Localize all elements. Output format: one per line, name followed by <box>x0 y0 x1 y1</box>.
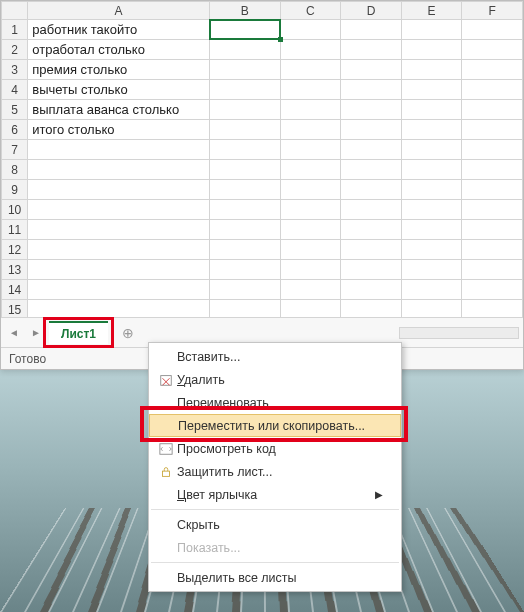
cell[interactable] <box>341 40 402 60</box>
row-header[interactable]: 8 <box>2 160 28 180</box>
cell[interactable] <box>401 180 462 200</box>
cell[interactable] <box>28 260 210 280</box>
cell[interactable] <box>280 160 341 180</box>
cell[interactable] <box>341 160 402 180</box>
cell[interactable] <box>341 300 402 318</box>
cell[interactable] <box>401 60 462 80</box>
cell[interactable] <box>401 20 462 40</box>
menu-rename[interactable]: Переименовать <box>149 391 401 414</box>
cell[interactable] <box>401 80 462 100</box>
cell[interactable] <box>280 120 341 140</box>
cell[interactable] <box>462 280 523 300</box>
cell[interactable] <box>28 280 210 300</box>
cell[interactable] <box>401 140 462 160</box>
horizontal-scrollbar[interactable] <box>399 327 519 339</box>
cell[interactable] <box>401 200 462 220</box>
cell[interactable] <box>28 180 210 200</box>
cell[interactable] <box>341 140 402 160</box>
menu-hide[interactable]: Скрыть <box>149 513 401 536</box>
cell[interactable] <box>209 20 280 40</box>
row-header[interactable]: 14 <box>2 280 28 300</box>
cell[interactable] <box>462 240 523 260</box>
cell[interactable]: работник такойто <box>28 20 210 40</box>
menu-view-code[interactable]: Просмотреть код <box>149 437 401 460</box>
cell[interactable] <box>209 260 280 280</box>
cell[interactable] <box>462 80 523 100</box>
row-header[interactable]: 12 <box>2 240 28 260</box>
menu-tab-color[interactable]: Цвет ярлычка ▶ <box>149 483 401 506</box>
cell[interactable] <box>401 220 462 240</box>
cell[interactable] <box>462 20 523 40</box>
row-header[interactable]: 4 <box>2 80 28 100</box>
cell[interactable] <box>28 300 210 318</box>
menu-select-all-sheets[interactable]: Выделить все листы <box>149 566 401 589</box>
cell[interactable] <box>341 260 402 280</box>
cell[interactable] <box>341 20 402 40</box>
cell[interactable] <box>280 180 341 200</box>
cell[interactable]: выплата аванса столько <box>28 100 210 120</box>
cell[interactable] <box>209 100 280 120</box>
cell[interactable] <box>280 140 341 160</box>
cell[interactable] <box>28 240 210 260</box>
tab-nav-next-icon[interactable]: ► <box>27 324 45 342</box>
cell[interactable] <box>462 140 523 160</box>
row-header[interactable]: 7 <box>2 140 28 160</box>
sheet-tab[interactable]: Лист1 <box>49 321 108 344</box>
cell[interactable] <box>401 100 462 120</box>
cell[interactable] <box>462 120 523 140</box>
cell[interactable] <box>28 200 210 220</box>
cell[interactable] <box>209 240 280 260</box>
cell[interactable] <box>341 280 402 300</box>
cell[interactable] <box>462 100 523 120</box>
cell[interactable] <box>401 280 462 300</box>
cell[interactable] <box>209 300 280 318</box>
cell[interactable]: премия столько <box>28 60 210 80</box>
grid-area[interactable]: A B C D E F 1работник такойто2отработал … <box>1 1 523 317</box>
cell[interactable] <box>209 60 280 80</box>
col-header[interactable]: A <box>28 2 210 20</box>
cell[interactable] <box>462 260 523 280</box>
row-header[interactable]: 2 <box>2 40 28 60</box>
cell[interactable] <box>341 100 402 120</box>
cell[interactable] <box>401 300 462 318</box>
cell[interactable] <box>280 20 341 40</box>
cell[interactable] <box>280 220 341 240</box>
col-header[interactable]: B <box>209 2 280 20</box>
cell[interactable] <box>209 120 280 140</box>
cell[interactable] <box>209 80 280 100</box>
cell[interactable] <box>280 60 341 80</box>
cell[interactable] <box>341 200 402 220</box>
row-header[interactable]: 1 <box>2 20 28 40</box>
cell[interactable] <box>280 300 341 318</box>
cell[interactable] <box>462 200 523 220</box>
cell[interactable] <box>401 120 462 140</box>
cell[interactable] <box>209 280 280 300</box>
cell[interactable] <box>341 240 402 260</box>
cell[interactable] <box>341 120 402 140</box>
cell[interactable]: итого столько <box>28 120 210 140</box>
cell[interactable] <box>462 40 523 60</box>
row-header[interactable]: 3 <box>2 60 28 80</box>
tab-nav-prev-icon[interactable]: ◄ <box>5 324 23 342</box>
cell[interactable] <box>280 40 341 60</box>
cell[interactable] <box>280 260 341 280</box>
select-all-corner[interactable] <box>2 2 28 20</box>
menu-insert[interactable]: Вставить... <box>149 345 401 368</box>
cell[interactable]: вычеты столько <box>28 80 210 100</box>
cell[interactable]: отработал столько <box>28 40 210 60</box>
cell[interactable] <box>28 140 210 160</box>
cell[interactable] <box>341 220 402 240</box>
cell[interactable] <box>341 80 402 100</box>
row-header[interactable]: 15 <box>2 300 28 318</box>
cell[interactable] <box>462 60 523 80</box>
col-header[interactable]: E <box>401 2 462 20</box>
cell[interactable] <box>462 160 523 180</box>
row-header[interactable]: 13 <box>2 260 28 280</box>
row-header[interactable]: 5 <box>2 100 28 120</box>
cell[interactable] <box>462 180 523 200</box>
cell[interactable] <box>280 100 341 120</box>
cell[interactable] <box>401 160 462 180</box>
cell[interactable] <box>401 40 462 60</box>
cell[interactable] <box>341 60 402 80</box>
col-header[interactable]: F <box>462 2 523 20</box>
